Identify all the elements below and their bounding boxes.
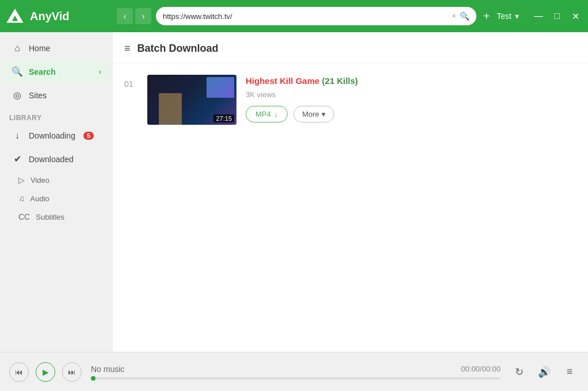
close-button[interactable]: ✕ bbox=[567, 8, 583, 24]
address-bar[interactable]: https://www.twitch.tv/ × 🔍 bbox=[156, 7, 476, 25]
sidebar: ⌂ Home 🔍 Search › ◎ Sites Library ↓ Down… bbox=[0, 32, 113, 352]
downloading-label: Downloading bbox=[29, 131, 75, 140]
add-tab-button[interactable]: + bbox=[483, 10, 490, 23]
batch-icon: ≡ bbox=[124, 43, 131, 55]
page-title: Batch Download bbox=[138, 43, 219, 55]
title-sub: (21 Kills) bbox=[322, 76, 358, 86]
minimize-button[interactable]: — bbox=[530, 8, 547, 24]
video-duration: 27:15 bbox=[213, 114, 234, 122]
user-menu[interactable]: Test ▾ bbox=[497, 12, 519, 21]
play-button[interactable]: ▶ bbox=[36, 362, 55, 382]
player-right-controls: ↻ 🔊 ≡ bbox=[510, 363, 579, 381]
home-label: Home bbox=[29, 44, 50, 53]
title-main: Highest Kill Game bbox=[246, 76, 319, 86]
sidebar-item-downloaded[interactable]: ✔ Downloaded bbox=[2, 148, 110, 170]
sidebar-item-home[interactable]: ⌂ Home bbox=[2, 37, 110, 59]
player-info: No music 00:00/00:00 bbox=[91, 365, 501, 379]
content-body: 01 27:15 Highest Kill Game (21 K bbox=[113, 63, 588, 352]
next-icon: ⏭ bbox=[68, 367, 76, 377]
sidebar-item-search[interactable]: 🔍 Search › bbox=[2, 60, 110, 83]
player-track-title: No music bbox=[91, 365, 124, 374]
close-tab-icon[interactable]: × bbox=[452, 12, 456, 20]
window-controls: — □ ✕ bbox=[530, 8, 583, 24]
audio-icon: ♫ bbox=[18, 194, 25, 203]
content-header: ≡ Batch Download bbox=[113, 32, 588, 63]
prev-icon: ⏮ bbox=[15, 367, 23, 377]
sidebar-item-audio[interactable]: ♫ Audio bbox=[0, 189, 113, 208]
download-icon: ↓ bbox=[12, 131, 23, 141]
player-progress-bar[interactable] bbox=[91, 377, 501, 379]
maximize-button[interactable]: □ bbox=[549, 8, 565, 24]
repeat-icon: ↻ bbox=[515, 366, 524, 378]
result-info: Highest Kill Game (21 Kills) 3K views MP… bbox=[246, 75, 576, 122]
search-icon[interactable]: 🔍 bbox=[460, 12, 469, 21]
player-bar: ⏮ ▶ ⏭ No music 00:00/00:00 ↻ 🔊 ≡ bbox=[0, 352, 588, 391]
sites-icon: ◎ bbox=[12, 90, 23, 101]
result-actions: MP4 ↓ More ▾ bbox=[246, 106, 576, 122]
player-progress-fill bbox=[91, 376, 96, 381]
video-label: Video bbox=[30, 176, 49, 185]
play-icon: ▶ bbox=[43, 367, 49, 377]
downloading-badge: 5 bbox=[83, 132, 94, 140]
player-title-row: No music 00:00/00:00 bbox=[91, 365, 501, 374]
sites-label: Sites bbox=[29, 91, 47, 100]
playlist-button[interactable]: ≡ bbox=[560, 363, 579, 381]
sidebar-item-downloading[interactable]: ↓ Downloading 5 bbox=[2, 125, 110, 147]
nav-forward-button[interactable]: › bbox=[135, 8, 151, 24]
search-icon: 🔍 bbox=[12, 66, 23, 77]
audio-label: Audio bbox=[30, 194, 49, 203]
mp4-download-button[interactable]: MP4 ↓ bbox=[246, 106, 288, 122]
content-area: ≡ Batch Download 01 27:15 bbox=[113, 32, 588, 352]
video-thumbnail[interactable]: 27:15 bbox=[147, 75, 236, 125]
more-label: More bbox=[302, 110, 319, 118]
download-arrow-icon: ↓ bbox=[274, 110, 278, 118]
result-views: 3K views bbox=[246, 90, 576, 99]
chevron-right-icon: › bbox=[99, 68, 101, 76]
subtitles-label: Subtitles bbox=[36, 213, 64, 221]
volume-icon: 🔊 bbox=[538, 366, 551, 378]
search-label: Search bbox=[29, 67, 56, 76]
user-label: Test bbox=[497, 12, 511, 21]
logo-icon bbox=[5, 6, 25, 26]
playlist-icon: ≡ bbox=[567, 366, 573, 378]
chevron-down-icon: ▾ bbox=[322, 110, 326, 118]
sidebar-item-video[interactable]: ▷ Video bbox=[0, 171, 113, 189]
result-number: 01 bbox=[124, 75, 138, 89]
url-text: https://www.twitch.tv/ bbox=[163, 12, 449, 21]
table-row: 01 27:15 Highest Kill Game (21 K bbox=[124, 75, 576, 125]
prev-button[interactable]: ⏮ bbox=[9, 362, 29, 382]
titlebar: AnyVid ‹ › https://www.twitch.tv/ × 🔍 + … bbox=[0, 0, 588, 32]
downloaded-label: Downloaded bbox=[29, 155, 74, 164]
player-time: 00:00/00:00 bbox=[461, 365, 501, 373]
video-icon: ▷ bbox=[18, 175, 25, 185]
more-options-button[interactable]: More ▾ bbox=[293, 106, 334, 122]
library-section-label: Library bbox=[0, 107, 113, 124]
nav-back-button[interactable]: ‹ bbox=[117, 8, 133, 24]
logo-area: AnyVid bbox=[5, 6, 117, 26]
volume-button[interactable]: 🔊 bbox=[535, 363, 553, 381]
app-name: AnyVid bbox=[30, 10, 70, 23]
home-icon: ⌂ bbox=[12, 43, 23, 53]
user-dropdown-icon: ▾ bbox=[515, 12, 519, 21]
sidebar-item-sites[interactable]: ◎ Sites bbox=[2, 84, 110, 106]
subtitles-icon: CC bbox=[18, 212, 30, 221]
downloaded-icon: ✔ bbox=[12, 154, 23, 164]
nav-buttons: ‹ › bbox=[117, 8, 151, 24]
sidebar-item-subtitles[interactable]: CC Subtitles bbox=[0, 208, 113, 226]
mp4-label: MP4 bbox=[255, 110, 271, 118]
result-title: Highest Kill Game (21 Kills) bbox=[246, 75, 576, 87]
next-button[interactable]: ⏭ bbox=[62, 362, 82, 382]
player-controls: ⏮ ▶ ⏭ bbox=[9, 362, 82, 382]
main-layout: ⌂ Home 🔍 Search › ◎ Sites Library ↓ Down… bbox=[0, 32, 588, 352]
repeat-button[interactable]: ↻ bbox=[510, 363, 528, 381]
svg-marker-1 bbox=[8, 12, 22, 22]
thumbnail-container: 27:15 bbox=[147, 75, 236, 125]
